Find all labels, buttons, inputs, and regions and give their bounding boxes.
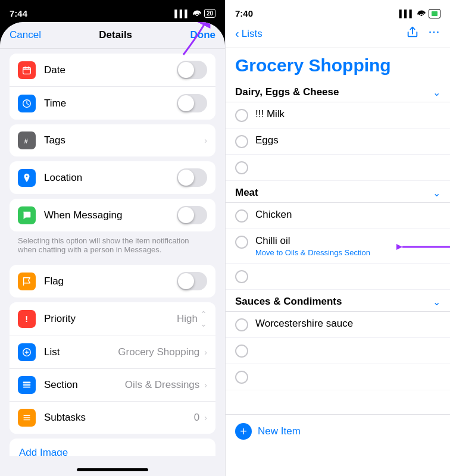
dairy-chevron-icon: ⌄ bbox=[433, 87, 440, 98]
section-value: Oils & Dressings bbox=[125, 379, 200, 391]
location-label: Location bbox=[44, 172, 177, 184]
svg-rect-10 bbox=[23, 384, 31, 386]
subtasks-row[interactable]: Subtasks 0 › bbox=[10, 402, 215, 434]
right-scroll: Dairy, Eggs & Cheese ⌄ !!! Milk Eggs Mea… bbox=[226, 80, 450, 476]
list-item[interactable]: Chilli oil Move to Oils & Dressings Sect… bbox=[226, 229, 450, 264]
meat-title: Meat bbox=[235, 187, 258, 199]
date-row[interactable]: Date bbox=[10, 54, 215, 87]
date-toggle[interactable] bbox=[177, 61, 207, 79]
subtasks-chevron: › bbox=[204, 413, 207, 422]
messaging-group: When Messaging bbox=[10, 199, 215, 231]
signal-icon: ▌▌▌ bbox=[174, 10, 190, 18]
left-status-icons: ▌▌▌ 20 bbox=[174, 9, 215, 18]
sauces-title: Sauces & Condiments bbox=[235, 296, 342, 308]
arrow-annotation-right bbox=[396, 235, 450, 259]
location-toggle[interactable] bbox=[177, 168, 207, 187]
priority-icon: ! bbox=[18, 310, 36, 328]
svg-rect-1 bbox=[23, 67, 31, 74]
add-image-button[interactable]: Add Image bbox=[10, 439, 215, 456]
list-item-empty bbox=[226, 364, 450, 390]
new-item-bar[interactable]: + New Item bbox=[226, 414, 450, 448]
flag-label: Flag bbox=[44, 275, 177, 287]
share-button[interactable] bbox=[406, 26, 419, 42]
wifi-icon bbox=[192, 9, 202, 18]
meat-chevron-icon: ⌄ bbox=[433, 187, 440, 199]
list-label: List bbox=[44, 346, 118, 358]
chilli-text: Chilli oil bbox=[255, 235, 290, 246]
section-row[interactable]: Section Oils & Dressings › bbox=[10, 369, 215, 402]
time-toggle[interactable] bbox=[177, 94, 207, 112]
messaging-row[interactable]: When Messaging bbox=[10, 199, 215, 231]
list-row[interactable]: List Grocery Shopping › bbox=[10, 336, 215, 369]
right-status-bar: 7:40 ▌▌▌ bbox=[226, 0, 450, 22]
item-checkbox[interactable] bbox=[235, 109, 248, 122]
right-battery-icon bbox=[429, 9, 440, 18]
flag-toggle[interactable] bbox=[177, 272, 207, 290]
item-checkbox[interactable] bbox=[235, 161, 248, 174]
right-actions bbox=[406, 26, 440, 42]
svg-point-15 bbox=[429, 32, 431, 33]
section-chevron: › bbox=[204, 380, 207, 390]
done-button[interactable]: Done bbox=[190, 29, 215, 41]
item-checkbox[interactable] bbox=[235, 345, 248, 358]
priority-value: High bbox=[177, 313, 198, 325]
list-value: Grocery Shopping bbox=[118, 346, 199, 358]
back-label: Lists bbox=[242, 28, 262, 40]
page-title: Grocery Shopping bbox=[226, 48, 450, 80]
details-title: Details bbox=[99, 29, 132, 41]
list-item[interactable]: Chicken bbox=[226, 203, 450, 229]
right-wifi-icon bbox=[417, 9, 426, 18]
location-group: Location bbox=[10, 161, 215, 194]
cancel-button[interactable]: Cancel bbox=[10, 29, 41, 41]
right-signal-icon: ▌▌▌ bbox=[399, 10, 414, 18]
right-panel: 7:40 ▌▌▌ ‹ Lists bbox=[225, 0, 450, 476]
left-home-bar bbox=[77, 468, 148, 471]
left-status-bar: 7:44 ▌▌▌ 20 bbox=[0, 0, 225, 22]
svg-point-17 bbox=[437, 32, 439, 33]
move-to-section-link[interactable]: Move to Oils & Dressings Section bbox=[255, 248, 370, 257]
back-button[interactable]: ‹ Lists bbox=[235, 27, 262, 40]
messaging-toggle[interactable] bbox=[177, 206, 207, 224]
section-sauces-header[interactable]: Sauces & Condiments ⌄ bbox=[226, 290, 450, 312]
left-nav-bar: Cancel Details Done bbox=[0, 22, 225, 49]
time-icon bbox=[18, 95, 36, 112]
list-item-empty bbox=[226, 264, 450, 290]
item-checkbox[interactable] bbox=[235, 318, 248, 331]
item-checkbox[interactable] bbox=[235, 270, 248, 283]
list-chevron: › bbox=[204, 347, 207, 357]
section-dairy-header[interactable]: Dairy, Eggs & Cheese ⌄ bbox=[226, 80, 450, 102]
location-icon bbox=[18, 169, 36, 187]
item-checkbox[interactable] bbox=[235, 135, 248, 148]
item-checkbox[interactable] bbox=[235, 371, 248, 384]
tags-label: Tags bbox=[44, 134, 202, 146]
back-chevron-icon: ‹ bbox=[235, 27, 239, 40]
sauces-chevron-icon: ⌄ bbox=[433, 296, 440, 308]
tags-chevron: › bbox=[204, 136, 207, 145]
left-time: 7:44 bbox=[10, 8, 27, 18]
new-item-label[interactable]: New Item bbox=[258, 425, 301, 437]
section-label: Section bbox=[44, 379, 125, 391]
list-item[interactable]: Worcestershire sauce bbox=[226, 312, 450, 338]
milk-item: !!! Milk bbox=[255, 108, 285, 120]
priority-stepper[interactable]: ⌃⌄ bbox=[200, 309, 207, 328]
item-checkbox[interactable] bbox=[235, 209, 248, 223]
list-item[interactable]: Eggs bbox=[226, 129, 450, 155]
list-item-empty bbox=[226, 338, 450, 364]
tags-row[interactable]: # Tags › bbox=[10, 124, 215, 156]
location-row[interactable]: Location bbox=[10, 161, 215, 194]
priority-row[interactable]: ! Priority High ⌃⌄ bbox=[10, 302, 215, 336]
messaging-icon bbox=[18, 206, 36, 224]
battery-container: 20 bbox=[204, 9, 215, 18]
section-meat-header[interactable]: Meat ⌄ bbox=[226, 181, 450, 203]
more-button[interactable] bbox=[427, 26, 440, 42]
right-nav-bar: ‹ Lists bbox=[226, 22, 450, 48]
item-checkbox[interactable] bbox=[235, 236, 248, 249]
list-item[interactable]: !!! Milk bbox=[226, 102, 450, 129]
flag-row[interactable]: Flag bbox=[10, 265, 215, 298]
svg-text:!: ! bbox=[25, 314, 28, 324]
chilli-oil-item: Chilli oil Move to Oils & Dressings Sect… bbox=[255, 235, 370, 257]
date-label: Date bbox=[44, 64, 177, 76]
time-row[interactable]: Time bbox=[10, 87, 215, 120]
right-time: 7:40 bbox=[235, 8, 253, 18]
messaging-subtext: Selecting this option will show the item… bbox=[0, 234, 225, 260]
